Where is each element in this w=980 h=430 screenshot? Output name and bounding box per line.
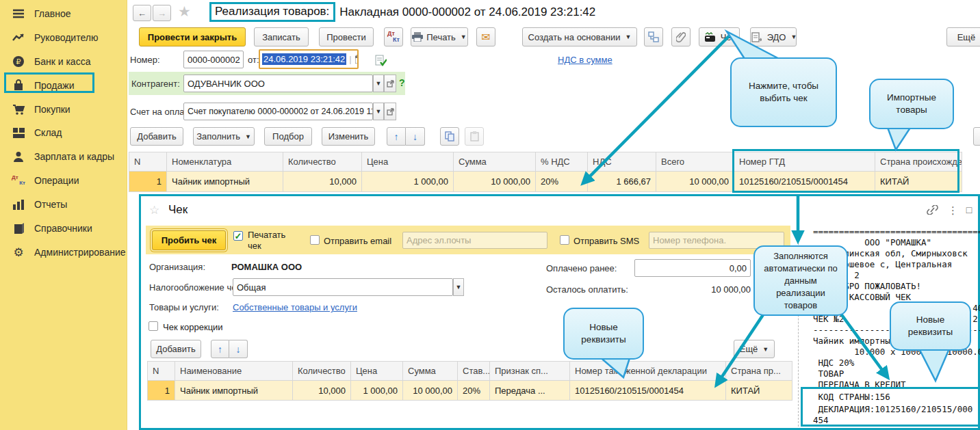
nav-back-button[interactable]: ← <box>133 5 151 21</box>
cell-vat[interactable]: 1 666,67 <box>588 172 656 192</box>
dialog-add-button[interactable]: Добавить <box>151 340 201 358</box>
dialog-link-icon[interactable] <box>925 205 939 217</box>
cell-price[interactable]: 1 000,00 <box>351 381 403 401</box>
column-header[interactable]: Всего <box>656 152 734 172</box>
items-fill-button[interactable]: Заполнить▼ <box>193 127 255 146</box>
dialog-more-button[interactable]: Ещё▼ <box>734 340 775 358</box>
column-header[interactable]: Цена <box>351 362 403 381</box>
dialog-items-table[interactable]: N Наименование Количество Цена Сумма Ста… <box>147 361 792 401</box>
sidebar-item-operations[interactable]: ДтКт Операции <box>0 170 127 191</box>
sidebar-item-directories[interactable]: Справочники <box>0 218 127 239</box>
cell-gtd-number[interactable]: 10125160/210515/0001454 <box>734 172 875 192</box>
print-check-checkbox[interactable]: ✓ <box>233 231 243 241</box>
edo-button[interactable]: ЭДО▼ <box>750 27 797 46</box>
cell-total[interactable]: 10 000,00 <box>656 172 734 192</box>
sidebar-item-warehouse[interactable]: Склад <box>0 122 127 143</box>
counterparty-open-button[interactable] <box>384 75 396 92</box>
cell-customs-declaration[interactable]: 10125160/210515/0001454 <box>570 381 726 401</box>
column-header[interactable]: Наименование <box>175 362 293 381</box>
cell-sum[interactable]: 10 000,00 <box>454 172 536 192</box>
structure-button[interactable] <box>644 27 663 46</box>
counterparty-field[interactable]: ОДУВАНЧИК ООО <box>183 75 373 92</box>
items-more-button-clipped[interactable] <box>973 127 980 146</box>
cell-price[interactable]: 1 000,00 <box>362 172 454 192</box>
sidebar-item-purchases[interactable]: Покупки <box>0 99 127 120</box>
sidebar-item-bank[interactable]: ₽ Банк и касса <box>0 51 127 72</box>
column-header[interactable]: Сумма <box>403 362 458 381</box>
cell-country[interactable]: КИТАЙ <box>726 381 792 401</box>
tax-system-field[interactable]: Общая <box>233 278 453 296</box>
items-paste-button[interactable] <box>465 127 484 146</box>
cell-payment-attribute[interactable]: Передача ... <box>490 381 570 401</box>
column-header[interactable]: Номенклатура <box>167 152 283 172</box>
correction-check-checkbox[interactable] <box>149 321 158 331</box>
save-button[interactable]: Записать <box>254 27 309 46</box>
check-button[interactable]: Чек <box>699 27 740 46</box>
column-header[interactable]: % НДС <box>536 152 588 172</box>
column-header[interactable]: Страна происхождения <box>875 152 962 172</box>
print-button[interactable]: Печать▼ <box>411 27 468 46</box>
cell-country[interactable]: КИТАЙ <box>875 172 962 192</box>
table-row[interactable]: 1 Чайник импортный 10,000 1 000,00 10 00… <box>148 381 792 401</box>
column-header[interactable]: Номер таможенной декларации <box>570 362 726 381</box>
items-table[interactable]: N Номенклатура Количество Цена Сумма % Н… <box>129 152 962 192</box>
goods-services-link[interactable]: Собственные товары и услуги <box>233 302 357 312</box>
mail-button[interactable]: ✉ <box>476 27 495 46</box>
cell-quantity[interactable]: 10,000 <box>293 381 351 401</box>
dialog-move-up-button[interactable]: ↑ <box>211 340 229 358</box>
dialog-menu-icon[interactable]: ⋮ <box>948 204 957 217</box>
email-input[interactable]: Адрес эл.почты <box>402 232 547 249</box>
column-header[interactable]: Признак сп... <box>490 362 570 381</box>
sidebar-item-salary[interactable]: Зарплата и кадры <box>0 146 127 167</box>
sidebar-item-administration[interactable]: ⚙ Администрирование <box>0 242 127 263</box>
table-row[interactable]: 1 Чайник импортный 10,000 1 000,00 10 00… <box>129 172 962 192</box>
column-header[interactable]: Количество <box>293 362 351 381</box>
column-header[interactable]: Сумма <box>454 152 536 172</box>
counterparty-dropdown-button[interactable]: ▼ <box>373 75 384 92</box>
invoice-open-button[interactable] <box>384 103 396 120</box>
cell-nomenclature[interactable]: Чайник импортный <box>167 172 283 192</box>
vat-in-total-link[interactable]: НДС в сумме <box>558 55 612 65</box>
items-move-down-button[interactable]: ↓ <box>406 127 425 146</box>
attachments-button[interactable] <box>671 27 691 46</box>
post-button[interactable]: Провести <box>319 27 374 46</box>
items-move-up-button[interactable]: ↑ <box>387 127 406 146</box>
column-header[interactable]: Количество <box>283 152 362 172</box>
invoice-field[interactable]: Счет покупателю 0000-000002 от 24.06.201… <box>183 103 373 120</box>
favorite-star-icon[interactable]: ★ <box>178 3 191 20</box>
post-and-close-button[interactable]: Провести и закрыть <box>139 27 246 46</box>
sidebar-item-main[interactable]: Главное <box>0 3 127 24</box>
dialog-maximize-icon[interactable]: □ <box>964 204 975 215</box>
column-header[interactable]: Страна пр... <box>726 362 792 381</box>
column-header[interactable]: Став... <box>458 362 490 381</box>
cell-quantity[interactable]: 10,000 <box>283 172 362 192</box>
sidebar-item-sales[interactable]: Продажи <box>0 75 127 96</box>
date-field[interactable]: 24.06.2019 23:21:42 | <box>259 49 359 69</box>
dtkt-button[interactable]: Дт Кт <box>384 27 403 46</box>
window-more-button[interactable]: Ещё <box>946 27 980 46</box>
items-copy-button[interactable] <box>440 127 459 146</box>
calendar-icon[interactable] <box>353 53 359 66</box>
document-check-icon[interactable] <box>374 53 387 67</box>
punch-check-button[interactable]: Пробить чек <box>152 230 226 250</box>
dialog-favorite-star-icon[interactable]: ☆ <box>149 203 159 217</box>
sidebar-item-manager[interactable]: Руководителю <box>0 27 127 48</box>
cell-line-number[interactable]: 1 <box>148 381 175 401</box>
column-header[interactable]: Номер ГТД <box>734 152 875 172</box>
column-header[interactable]: N <box>148 362 175 381</box>
tax-system-dropdown-button[interactable]: ▼ <box>453 278 464 296</box>
counterparty-help-mark[interactable]: ? <box>399 77 405 88</box>
cell-vat-rate[interactable]: 20% <box>458 381 490 401</box>
column-header[interactable]: Цена <box>362 152 454 172</box>
cell-line-number[interactable]: 1 <box>129 172 167 192</box>
items-change-button[interactable]: Изменить <box>322 127 375 146</box>
nav-forward-button[interactable]: → <box>153 5 171 21</box>
cell-sum[interactable]: 10 000,00 <box>403 381 458 401</box>
paid-earlier-field[interactable]: 0,00 <box>634 259 751 277</box>
number-field[interactable]: 0000-000002 <box>183 51 244 68</box>
cell-vat-rate[interactable]: 20% <box>536 172 588 192</box>
items-add-button[interactable]: Добавить <box>130 127 183 146</box>
send-sms-checkbox[interactable] <box>560 235 569 245</box>
column-header[interactable]: НДС <box>588 152 656 172</box>
invoice-dropdown-button[interactable]: ▼ <box>373 103 384 120</box>
